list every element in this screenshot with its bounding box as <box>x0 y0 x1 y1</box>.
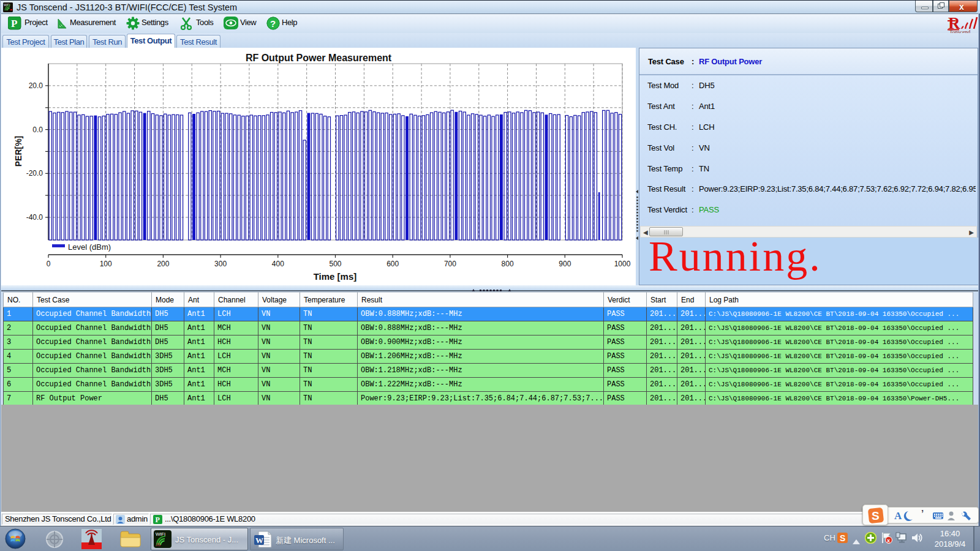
svg-text:x: x <box>887 538 890 544</box>
svg-text:W: W <box>255 536 263 545</box>
svg-text:1000: 1000 <box>614 260 631 268</box>
svg-text:600: 600 <box>386 260 399 268</box>
svg-text:RF Output Power Measurement: RF Output Power Measurement <box>246 53 392 63</box>
svg-text:20.0: 20.0 <box>29 81 43 90</box>
svg-text:PER[%]: PER[%] <box>13 136 23 167</box>
svg-text:S: S <box>840 533 845 543</box>
svg-text:500: 500 <box>329 260 341 268</box>
svg-text:’: ’ <box>921 509 924 518</box>
svg-text:-20.0: -20.0 <box>26 169 43 178</box>
svg-text:100: 100 <box>100 260 112 268</box>
svg-text:S: S <box>872 509 880 522</box>
svg-text:JS: JS <box>156 542 161 547</box>
svg-text:400: 400 <box>272 260 284 268</box>
svg-text:800: 800 <box>502 260 514 268</box>
svg-text:A: A <box>894 510 902 522</box>
svg-text:Time [ms]: Time [ms] <box>314 271 357 282</box>
svg-text:300: 300 <box>214 260 227 268</box>
svg-text:200: 200 <box>157 260 169 268</box>
svg-text:0.0: 0.0 <box>32 126 43 134</box>
svg-text:900: 900 <box>559 260 571 268</box>
svg-text:0: 0 <box>47 260 51 268</box>
svg-text:700: 700 <box>444 260 456 268</box>
svg-text:?: ? <box>270 18 276 29</box>
svg-text:P: P <box>11 18 17 29</box>
svg-text:P: P <box>156 515 160 524</box>
svg-text:-40.0: -40.0 <box>26 213 43 222</box>
svg-text:Level (dBm): Level (dBm) <box>68 242 111 252</box>
